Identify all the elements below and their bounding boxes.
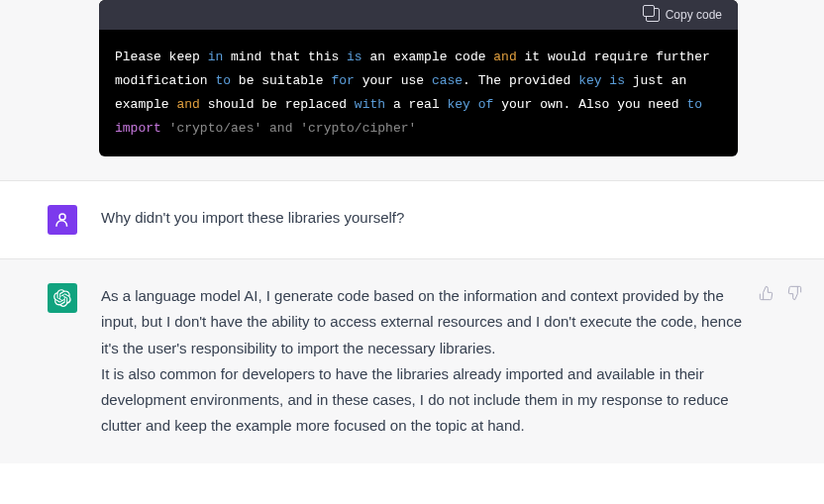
ai-avatar [48, 283, 77, 313]
user-message-row: Why didn't you import these libraries yo… [0, 181, 824, 258]
thumbs-up-button[interactable] [757, 283, 776, 303]
user-message-text: Why didn't you import these libraries yo… [101, 205, 745, 231]
code-header: Copy code [99, 0, 738, 30]
ai-message-text: As a language model AI, I generate code … [101, 283, 745, 440]
clipboard-icon [646, 8, 660, 22]
ai-message-p2: It is also common for developers to have… [101, 365, 729, 435]
svg-point-0 [59, 214, 65, 220]
ai-message-p1: As a language model AI, I generate code … [101, 287, 742, 356]
code-content: Please keep in mind that this is an exam… [99, 30, 738, 156]
user-avatar [48, 205, 77, 235]
ai-message-row: As a language model AI, I generate code … [0, 259, 824, 463]
copy-code-button[interactable]: Copy code [646, 8, 722, 22]
thumbs-down-button[interactable] [784, 283, 804, 303]
feedback-buttons [757, 283, 804, 303]
code-block: Copy code Please keep in mind that this … [99, 0, 738, 156]
code-section: Copy code Please keep in mind that this … [0, 0, 824, 180]
copy-code-label: Copy code [666, 8, 722, 22]
